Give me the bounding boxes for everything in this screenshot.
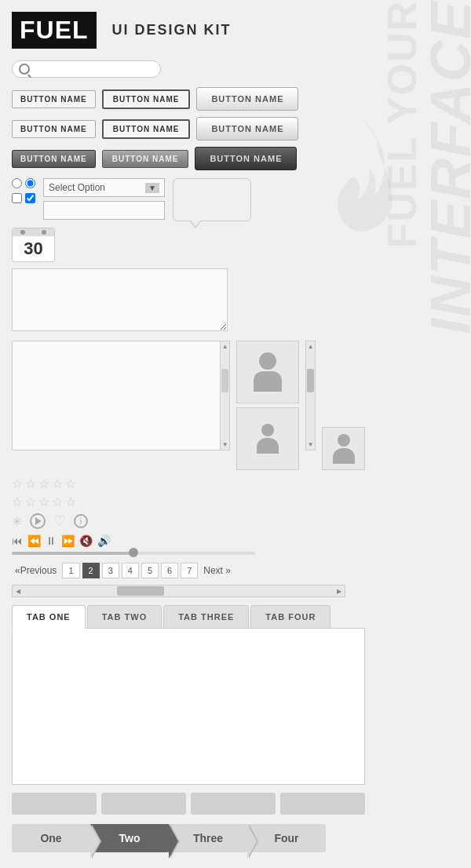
avatar-head-medium <box>261 424 274 436</box>
avatar-figure-medium <box>257 424 279 454</box>
avatar-large <box>236 341 299 403</box>
tab-four[interactable]: TAB FOUR <box>250 605 330 629</box>
tab-one[interactable]: TAB ONE <box>12 605 86 629</box>
form-controls: Select Option ▼ <box>12 178 365 221</box>
stars-row-2: ☆ ☆ ☆ ☆ ☆ <box>12 494 365 509</box>
step-back-button[interactable]: ⏪ <box>27 534 41 547</box>
content-area: ▲ ▼ ▲ <box>12 341 365 470</box>
slider-track[interactable] <box>12 552 255 555</box>
radio-checked[interactable] <box>25 178 35 188</box>
star-1-3[interactable]: ☆ <box>38 476 49 491</box>
star-2-1[interactable]: ☆ <box>12 494 23 509</box>
prev-page-button[interactable]: «Previous <box>12 563 60 578</box>
slider-fill <box>12 552 133 555</box>
tabs-container: TAB ONE TAB TWO TAB THREE TAB FOUR <box>12 605 365 785</box>
search-input[interactable] <box>33 64 143 75</box>
button-dark-outline-2[interactable]: BUTTON NAME <box>102 119 191 139</box>
tab-two[interactable]: TAB TWO <box>87 605 162 629</box>
page-2-active[interactable]: 2 <box>82 563 100 578</box>
text-input[interactable] <box>43 201 165 220</box>
page-5[interactable]: 5 <box>141 563 159 578</box>
step-four[interactable]: Four <box>247 824 326 852</box>
info-icon[interactable]: i <box>74 514 88 528</box>
step-three[interactable]: Three <box>169 824 247 852</box>
h-scroll-left-arrow[interactable]: ◀ <box>13 588 24 595</box>
play-button[interactable] <box>30 513 46 529</box>
slider-thumb[interactable] <box>129 548 138 557</box>
avatar-small-card <box>322 427 365 470</box>
side-scrollbar: ▲ ▼ <box>305 341 316 450</box>
star-1-5[interactable]: ☆ <box>65 476 76 491</box>
calendar-dot-left <box>20 230 25 235</box>
horizontal-scrollbar: ◀ ▶ <box>12 585 345 597</box>
textarea-wrapper <box>12 268 365 334</box>
avatar-head-small <box>338 434 350 447</box>
rewind-button[interactable]: ⏮ <box>12 534 23 547</box>
step-one[interactable]: One <box>12 824 90 852</box>
star-1-2[interactable]: ☆ <box>25 476 36 491</box>
textarea-field[interactable] <box>12 268 228 331</box>
star-1-1[interactable]: ☆ <box>12 476 23 491</box>
side-scroll-up[interactable]: ▲ <box>306 341 315 352</box>
side-scroll-handle[interactable] <box>307 369 314 392</box>
radio-check-group <box>12 178 35 203</box>
select-text-group: Select Option ▼ <box>43 178 165 220</box>
star-2-4[interactable]: ☆ <box>52 494 63 509</box>
calendar-dot-right <box>42 230 46 235</box>
step-two[interactable]: Two <box>90 824 169 852</box>
volume-icon: 🔊 <box>97 534 111 547</box>
h-scroll-handle[interactable] <box>117 586 164 596</box>
avatar-head-large <box>259 352 276 370</box>
scroll-down-arrow[interactable]: ▼ <box>221 439 230 450</box>
page-3[interactable]: 3 <box>102 563 119 578</box>
tab-three[interactable]: TAB THREE <box>163 605 249 629</box>
page-6[interactable]: 6 <box>161 563 178 578</box>
star-1-4[interactable]: ☆ <box>52 476 63 491</box>
button-dark-2[interactable]: BUTTON NAME <box>102 150 189 168</box>
star-2-2[interactable]: ☆ <box>25 494 36 509</box>
star-2-5[interactable]: ☆ <box>65 494 76 509</box>
watermark-text2: FUEL YOUR <box>382 0 422 249</box>
buttons-section: BUTTON NAME BUTTON NAME BUTTON NAME BUTT… <box>12 87 365 170</box>
avatars-panel <box>236 341 299 470</box>
button-dark-1[interactable]: BUTTON NAME <box>12 150 96 168</box>
button-outline-2[interactable]: BUTTON NAME <box>12 120 96 138</box>
scroll-up-arrow[interactable]: ▲ <box>221 341 230 352</box>
side-scroll-down[interactable]: ▼ <box>306 439 315 450</box>
next-page-button[interactable]: Next » <box>200 563 234 578</box>
scroll-panel-inner[interactable] <box>13 341 229 450</box>
avatar-figure-large <box>254 352 282 392</box>
avatar-body-small <box>333 448 355 464</box>
checkbox-unchecked[interactable] <box>12 193 22 203</box>
search-icon <box>19 64 30 75</box>
scroll-thumb-vertical: ▲ ▼ <box>220 341 229 450</box>
select-arrow-icon: ▼ <box>145 183 159 193</box>
button-outline-1[interactable]: BUTTON NAME <box>12 90 96 108</box>
page-1[interactable]: 1 <box>62 563 79 578</box>
bottom-bar-1 <box>12 793 97 815</box>
step-forward-button[interactable]: ⏩ <box>61 534 75 547</box>
speech-bubble <box>173 178 251 221</box>
button-glossy-1[interactable]: BUTTON NAME <box>196 87 298 111</box>
scroll-handle-v[interactable] <box>221 369 228 392</box>
radio-unchecked[interactable] <box>12 178 22 188</box>
button-glossy-2[interactable]: BUTTON NAME <box>196 117 298 140</box>
button-dark-glossy[interactable]: BUTTON NAME <box>195 147 297 170</box>
check-row <box>12 193 35 203</box>
h-scroll-right-arrow[interactable]: ▶ <box>334 588 345 595</box>
select-dropdown[interactable]: Select Option ▼ <box>43 178 165 197</box>
pause-button[interactable]: ⏸ <box>46 534 57 547</box>
radio-row <box>12 178 35 188</box>
button-dark-outline-1[interactable]: BUTTON NAME <box>102 89 191 109</box>
avatar-medium <box>236 407 299 470</box>
checkbox-checked[interactable] <box>25 193 35 203</box>
select-label: Select Option <box>49 182 105 193</box>
page-7[interactable]: 7 <box>181 563 198 578</box>
calendar-top <box>13 228 54 236</box>
page-4[interactable]: 4 <box>122 563 139 578</box>
button-row-1: BUTTON NAME BUTTON NAME BUTTON NAME <box>12 87 365 111</box>
star-2-3[interactable]: ☆ <box>38 494 49 509</box>
pagination: «Previous 1 2 3 4 5 6 7 Next » <box>12 563 365 578</box>
scroll-track-v <box>221 352 229 439</box>
spinner-icon: ✳ <box>12 514 22 529</box>
